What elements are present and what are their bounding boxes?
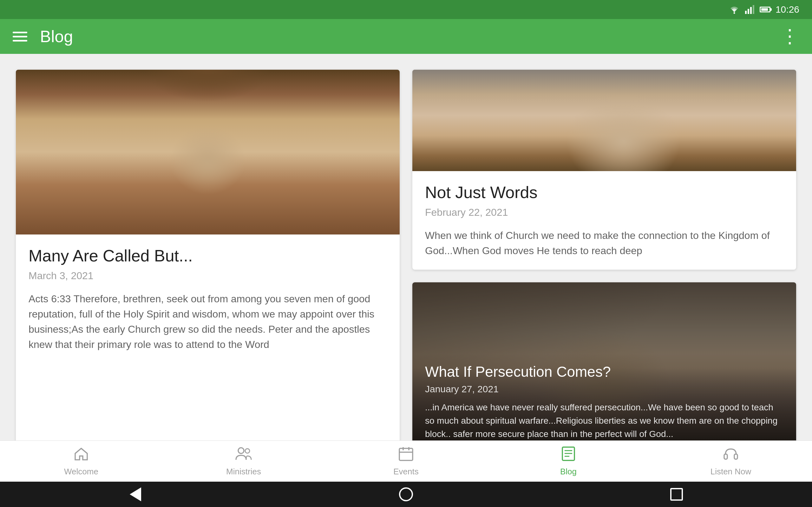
svg-rect-4 — [753, 5, 754, 14]
status-time: 10:26 — [775, 4, 799, 15]
blog-card-persecution[interactable]: What If Persecution Comes? January 27, 2… — [412, 282, 796, 441]
blog-card-content-right: Not Just Words February 22, 2021 When we… — [412, 171, 796, 270]
nav-label-events: Events — [393, 467, 419, 476]
svg-rect-7 — [399, 448, 413, 460]
calendar-icon — [398, 446, 414, 464]
nav-item-welcome[interactable]: Welcome — [49, 446, 113, 476]
bottom-navigation: Welcome Ministries Events — [0, 441, 812, 482]
svg-rect-16 — [734, 454, 738, 459]
app-bar: Blog ⋮ — [0, 19, 812, 54]
blog-card-many-are-called[interactable]: Many Are Called But... March 3, 2021 Act… — [16, 70, 400, 441]
blog-card-not-just-words[interactable]: Not Just Words February 22, 2021 When we… — [412, 70, 796, 270]
blog-card-title-persecution: What If Persecution Comes? — [425, 363, 783, 381]
more-options-button[interactable]: ⋮ — [780, 27, 799, 46]
blog-card-title-right: Not Just Words — [425, 182, 783, 202]
battery-icon — [760, 7, 770, 12]
blog-card-excerpt-left: Acts 6:33 Therefore, brethren, seek out … — [29, 291, 387, 352]
nav-item-blog[interactable]: Blog — [537, 446, 600, 476]
page-title: Blog — [40, 27, 73, 46]
blog-content: Many Are Called But... March 3, 2021 Act… — [0, 54, 812, 441]
wifi-icon — [728, 5, 740, 14]
nav-item-ministries[interactable]: Ministries — [212, 446, 275, 476]
back-button[interactable] — [124, 483, 147, 505]
svg-rect-3 — [750, 7, 752, 14]
nav-label-listen-now: Listen Now — [711, 467, 751, 476]
blog-card-excerpt-right: When we think of Church we need to make … — [425, 228, 783, 258]
home-icon — [73, 446, 89, 464]
svg-rect-2 — [748, 9, 749, 14]
blog-card-excerpt-persecution: ...in America we have never really suffe… — [425, 401, 783, 441]
nav-label-blog: Blog — [560, 467, 577, 476]
nav-label-ministries: Ministries — [226, 467, 261, 476]
headphones-icon — [723, 446, 739, 464]
system-navigation — [0, 482, 812, 507]
article-icon — [560, 446, 576, 464]
blog-card-content-left: Many Are Called But... March 3, 2021 Act… — [16, 234, 400, 441]
hamburger-menu-button[interactable] — [13, 32, 27, 42]
nav-item-events[interactable]: Events — [374, 446, 438, 476]
svg-rect-15 — [724, 454, 727, 459]
home-button[interactable] — [395, 483, 417, 505]
blog-card-date-left: March 3, 2021 — [29, 270, 387, 282]
svg-rect-1 — [745, 11, 747, 14]
blog-card-image-left — [16, 70, 400, 234]
blog-card-date-persecution: January 27, 2021 — [425, 384, 783, 395]
svg-point-5 — [238, 448, 244, 453]
status-bar: 10:26 — [0, 0, 812, 19]
blog-card-date-right: February 22, 2021 — [425, 207, 783, 218]
svg-point-0 — [733, 12, 735, 14]
blog-card-overlay-content: What If Persecution Comes? January 27, 2… — [412, 354, 796, 441]
signal-icon — [745, 5, 755, 14]
blog-card-image-right — [412, 70, 796, 171]
people-icon — [235, 446, 252, 464]
recents-button[interactable] — [665, 483, 688, 505]
blog-card-title-left: Many Are Called But... — [29, 246, 387, 266]
nav-label-welcome: Welcome — [64, 467, 98, 476]
nav-item-listen-now[interactable]: Listen Now — [699, 446, 763, 476]
svg-point-6 — [245, 449, 250, 453]
